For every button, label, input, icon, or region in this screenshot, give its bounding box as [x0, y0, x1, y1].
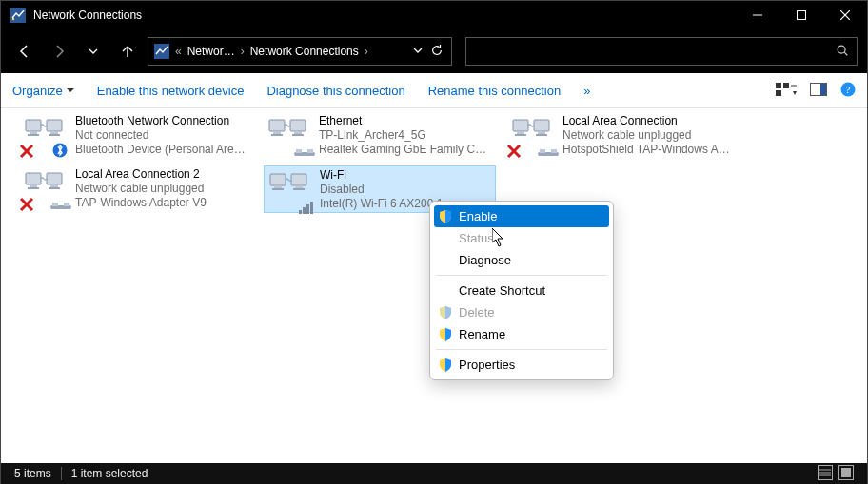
window-title: Network Connections	[33, 9, 142, 22]
back-button[interactable]	[10, 37, 39, 66]
ctx-properties[interactable]: Properties	[434, 354, 609, 376]
refresh-button[interactable]	[430, 44, 444, 60]
svg-rect-26	[310, 202, 313, 214]
breadcrumb-prefix: «	[175, 45, 182, 58]
connection-item[interactable]: Local Area Connection Network cable unpl…	[507, 112, 740, 160]
svg-rect-19	[274, 185, 282, 188]
connection-name: Ethernet	[319, 114, 492, 128]
forward-button[interactable]	[45, 37, 73, 66]
ctx-rename[interactable]: Rename	[434, 323, 609, 345]
svg-rect-54	[292, 134, 304, 136]
svg-rect-60	[30, 131, 37, 134]
svg-rect-21	[272, 188, 284, 190]
ctx-enable[interactable]: Enable	[434, 205, 609, 227]
close-button[interactable]	[823, 1, 867, 29]
connection-status: TP-Link_Archer4_5G	[319, 128, 492, 143]
adapter-icon	[511, 114, 557, 156]
svg-rect-11	[776, 90, 781, 96]
connection-name: Local Area Connection	[562, 114, 736, 128]
svg-rect-61	[50, 131, 58, 134]
svg-rect-32	[49, 187, 60, 189]
search-input[interactable]	[465, 37, 858, 66]
svg-rect-37	[64, 203, 69, 206]
svg-rect-51	[273, 131, 281, 134]
large-icons-view-button[interactable]	[838, 465, 854, 483]
connection-item[interactable]: Ethernet TP-Link_Archer4_5G Realtek Gami…	[264, 112, 496, 160]
shield-icon	[439, 306, 452, 319]
breadcrumb-seg1[interactable]: Networ…	[182, 45, 241, 58]
svg-line-8	[844, 52, 847, 55]
breadcrumb[interactable]: « Networ… › Network Connections ›	[148, 37, 452, 66]
svg-point-7	[838, 46, 845, 53]
svg-rect-39	[534, 120, 549, 131]
svg-rect-49	[269, 120, 285, 131]
svg-rect-38	[513, 120, 528, 131]
svg-rect-24	[303, 207, 306, 214]
connection-status: Network cable unplugged	[75, 182, 248, 196]
connection-device: Realtek Gaming GbE Family Contr...	[319, 143, 492, 157]
svg-rect-53	[271, 134, 283, 136]
svg-rect-57	[307, 149, 313, 153]
diagnose-connection-button[interactable]: Diagnose this connection	[266, 84, 404, 98]
svg-rect-43	[536, 134, 547, 136]
svg-rect-9	[776, 83, 781, 88]
svg-rect-58	[26, 120, 41, 131]
preview-pane-button[interactable]	[810, 83, 827, 99]
connection-device: Bluetooth Device (Personal Area ...	[75, 143, 248, 157]
svg-rect-20	[295, 185, 303, 188]
app-icon	[10, 8, 26, 23]
context-menu: Enable Status Diagnose Create Shortcut D…	[429, 201, 614, 380]
breadcrumb-dropdown[interactable]	[413, 45, 423, 58]
ctx-create-shortcut[interactable]: Create Shortcut	[434, 280, 609, 301]
status-selection: 1 item selected	[71, 467, 148, 480]
connection-device: TAP-Windows Adapter V9	[75, 196, 248, 210]
shield-icon	[439, 328, 452, 341]
svg-rect-63	[49, 134, 60, 136]
chevron-down-icon	[67, 87, 74, 94]
shield-icon	[439, 358, 452, 372]
connection-status: Network cable unplugged	[562, 128, 736, 143]
svg-rect-72	[841, 468, 851, 477]
connection-name: Local Area Connection 2	[75, 167, 248, 182]
overflow-button[interactable]: »	[583, 84, 590, 98]
svg-rect-29	[30, 184, 37, 187]
view-options-button[interactable]	[776, 82, 797, 100]
connection-item[interactable]: Local Area Connection 2 Network cable un…	[20, 165, 252, 213]
connection-item[interactable]: Bluetooth Network Connection Not connect…	[20, 112, 252, 160]
ctx-status: Status	[434, 227, 609, 249]
shield-icon	[439, 210, 452, 223]
svg-rect-50	[290, 120, 306, 131]
enable-device-button[interactable]: Enable this network device	[97, 84, 245, 98]
organize-button[interactable]: Organize	[12, 84, 74, 98]
content-area[interactable]: Wi-Fi Disabled Intel(R) Wi-Fi 6 AX200 1 …	[1, 108, 867, 463]
ctx-delete: Delete	[434, 301, 609, 323]
recent-locations-button[interactable]	[79, 37, 108, 66]
svg-rect-47	[540, 149, 545, 153]
search-icon	[836, 44, 849, 60]
svg-rect-42	[515, 134, 526, 136]
svg-rect-31	[28, 187, 39, 189]
svg-rect-36	[52, 203, 58, 206]
ctx-diagnose[interactable]: Diagnose	[434, 249, 609, 271]
svg-rect-30	[50, 184, 58, 187]
connection-status: Disabled	[320, 183, 491, 197]
svg-rect-41	[538, 131, 545, 134]
connection-name: Bluetooth Network Connection	[75, 114, 248, 128]
chevron-right-icon: ›	[365, 45, 368, 58]
details-view-button[interactable]	[818, 465, 833, 483]
connection-status: Not connected	[75, 128, 248, 143]
minimize-button[interactable]	[736, 1, 779, 29]
breadcrumb-seg2[interactable]: Network Connections	[245, 45, 365, 58]
svg-rect-27	[26, 173, 41, 184]
up-button[interactable]	[113, 37, 142, 66]
svg-rect-17	[270, 174, 286, 185]
adapter-icon	[267, 114, 313, 156]
help-button[interactable]: ?	[840, 82, 856, 100]
svg-rect-62	[28, 134, 39, 136]
svg-rect-52	[294, 131, 302, 134]
svg-rect-18	[291, 174, 306, 185]
rename-connection-button[interactable]: Rename this connection	[428, 84, 561, 98]
adapter-icon	[268, 168, 314, 210]
maximize-button[interactable]	[779, 1, 823, 29]
svg-rect-23	[299, 210, 302, 214]
